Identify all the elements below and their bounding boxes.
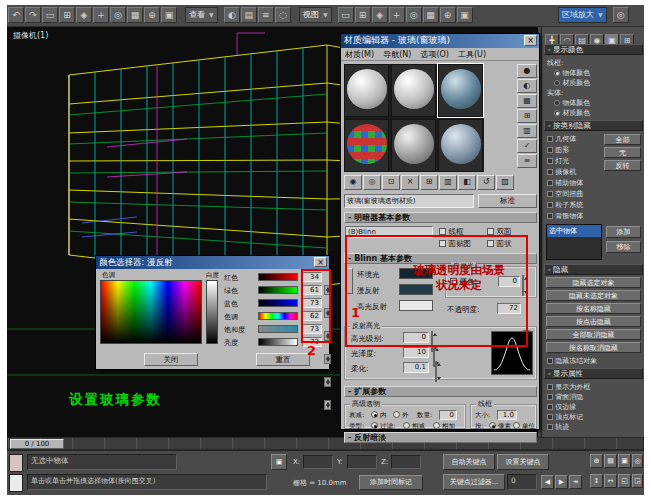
put-material-icon[interactable]: ◎: [363, 175, 381, 190]
go-to-parent-icon[interactable]: ▨: [496, 175, 514, 190]
maximize-viewport-icon[interactable]: ◲: [632, 474, 643, 488]
zoom-extents-all-icon[interactable]: ◎: [632, 454, 643, 468]
shader-type-combo[interactable]: (B)Blinn: [345, 226, 433, 238]
prop-box-checkbox[interactable]: 显示为外框: [547, 382, 590, 392]
select-icon[interactable]: +: [93, 7, 109, 23]
crossing-icon[interactable]: ⊕: [144, 7, 160, 23]
value-slider[interactable]: [258, 338, 298, 346]
zoom-extents-icon[interactable]: ▣: [618, 454, 631, 468]
scale-icon[interactable]: ▤: [241, 7, 257, 23]
render-type-combo[interactable]: 区域放大▼: [558, 7, 607, 23]
material-options-icon[interactable]: ≡: [517, 154, 537, 168]
layer-icon[interactable]: ◈: [372, 7, 388, 23]
mini-listener-macro[interactable]: [9, 454, 23, 472]
faceted-checkbox[interactable]: 面状: [487, 239, 511, 249]
category-particles[interactable]: 粒子系统: [547, 200, 583, 210]
play-backwards-icon[interactable]: ◀: [541, 475, 554, 489]
reference-coordsys-combo[interactable]: 视图▼: [299, 7, 332, 23]
add-button[interactable]: 添加: [606, 226, 641, 238]
render-icon[interactable]: ▣: [457, 7, 473, 23]
hue-blackness-picker[interactable]: [100, 280, 202, 344]
prop-backface-checkbox[interactable]: 背面消隐: [547, 392, 583, 402]
zoom-all-icon[interactable]: ▤: [604, 454, 617, 468]
select-by-name-icon[interactable]: ◎: [110, 7, 126, 23]
z-coordinate-field[interactable]: [391, 455, 421, 469]
hue-spinner[interactable]: [324, 354, 331, 364]
value-spinner[interactable]: [324, 400, 331, 410]
category-shapes[interactable]: 图形: [547, 145, 569, 155]
auto-key-button[interactable]: 自动关键点: [443, 454, 495, 470]
two-sided-checkbox[interactable]: 双面: [487, 227, 511, 237]
category-geometry[interactable]: 几何体: [547, 134, 576, 144]
menu-navigation[interactable]: 导航(N): [383, 50, 411, 59]
category-lights[interactable]: 灯光: [547, 156, 569, 166]
y-coordinate-field[interactable]: [347, 455, 377, 469]
unlink-icon[interactable]: ⊞: [59, 7, 75, 23]
hide-selected-button[interactable]: 隐藏选定对象: [546, 277, 641, 288]
color-selector-titlebar[interactable]: 颜色选择器: 漫反射×: [96, 256, 329, 269]
close-icon[interactable]: ×: [314, 257, 327, 267]
green-slider[interactable]: [258, 286, 298, 294]
unhide-by-name-button[interactable]: 按名称取消隐藏: [546, 342, 641, 353]
prop-edges-checkbox[interactable]: 仅边缘: [547, 402, 576, 412]
link-icon[interactable]: ▭: [42, 7, 58, 23]
sample-slot[interactable]: [344, 64, 389, 117]
radio-material-color-wire[interactable]: 材质颜色: [554, 78, 590, 88]
wire-units-radio[interactable]: 单位: [513, 422, 535, 431]
sample-slot-active[interactable]: [438, 64, 483, 117]
sample-slot[interactable]: [391, 119, 436, 172]
backlight-icon[interactable]: ◐: [517, 79, 537, 93]
x-coordinate-field[interactable]: [303, 455, 333, 469]
prop-vertex-checkbox[interactable]: 顶点标记: [547, 412, 583, 422]
add-time-tag-button[interactable]: 添加时间标记: [359, 475, 423, 490]
viewport-label[interactable]: 摄像机(1): [13, 30, 48, 41]
background-icon[interactable]: ▦: [517, 94, 537, 108]
hide-unselected-button[interactable]: 隐藏未选定对象: [546, 290, 641, 301]
sample-type-icon[interactable]: ●: [517, 64, 537, 78]
angle-snap-icon[interactable]: ◌: [275, 7, 291, 23]
falloff-out-radio[interactable]: 外: [393, 411, 409, 420]
menu-material[interactable]: 材质(M): [345, 50, 374, 59]
schematic-view-icon[interactable]: ◎: [406, 7, 422, 23]
falloff-in-radio[interactable]: 内: [371, 411, 387, 420]
quick-render-icon[interactable]: ◎: [613, 7, 629, 23]
rotate-icon[interactable]: ◐: [224, 7, 240, 23]
next-frame-icon[interactable]: ↠: [569, 475, 582, 489]
orbit-icon[interactable]: ◱: [618, 474, 631, 488]
material-editor-titlebar[interactable]: 材质编辑器 - 玻璃(窗玻璃)×: [341, 34, 539, 48]
sample-slot[interactable]: [344, 119, 389, 172]
amount-field[interactable]: 0: [439, 410, 457, 420]
category-helpers[interactable]: 辅助物体: [547, 178, 583, 188]
type-additive-radio[interactable]: 相加: [433, 422, 455, 431]
opacity-value-field[interactable]: 72: [497, 303, 521, 314]
radio-object-color-solid[interactable]: 物体颜色: [554, 98, 590, 108]
specular-level-field[interactable]: 0: [403, 332, 429, 343]
hide-frozen-checkbox[interactable]: 隐藏冻结对象: [547, 356, 597, 366]
remove-button[interactable]: 移除: [606, 241, 641, 253]
get-material-icon[interactable]: ◉: [344, 175, 362, 190]
material-type-button[interactable]: 标准: [478, 194, 537, 208]
red-value-field[interactable]: 34: [302, 272, 322, 282]
play-icon[interactable]: ▶: [555, 475, 568, 489]
blue-value-field[interactable]: 73: [302, 298, 322, 308]
rollout-shader-basic[interactable]: - 明暗器基本参数: [344, 212, 537, 223]
video-color-check-icon[interactable]: ▥: [517, 124, 537, 138]
make-preview-icon[interactable]: ✓: [517, 139, 537, 153]
saturation-spinner[interactable]: [324, 377, 331, 387]
hue-value-field[interactable]: 62: [302, 311, 322, 321]
undo-icon[interactable]: ↶: [8, 7, 24, 23]
red-spinner[interactable]: [324, 285, 331, 295]
reset-map-icon[interactable]: ×: [401, 175, 419, 190]
category-cameras[interactable]: 摄像机: [547, 167, 576, 177]
glossiness-field[interactable]: 10: [403, 347, 429, 358]
saturation-slider[interactable]: [258, 325, 298, 333]
close-button[interactable]: 关闭: [144, 353, 198, 366]
render-setup-icon[interactable]: ⊕: [440, 7, 456, 23]
pan-icon[interactable]: ↔: [604, 474, 617, 488]
redo-icon[interactable]: ↷: [25, 7, 41, 23]
bind-spacewarp-icon[interactable]: ◈: [76, 7, 92, 23]
all-button[interactable]: 全部: [604, 134, 641, 145]
green-value-field[interactable]: 61: [302, 285, 322, 295]
mini-listener-script[interactable]: [9, 474, 23, 492]
sample-slot[interactable]: [391, 64, 436, 117]
